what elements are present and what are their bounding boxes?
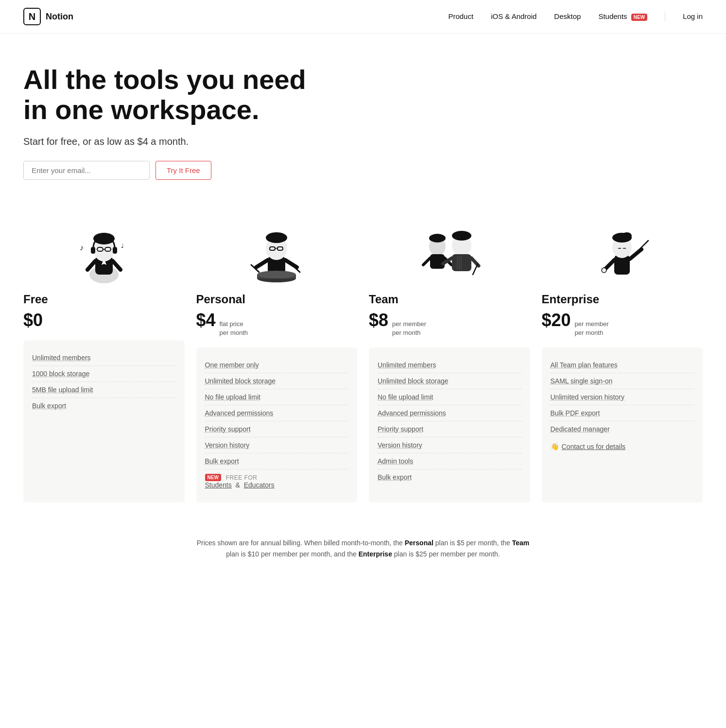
team-bold: Team — [512, 539, 530, 547]
list-item: Bulk export — [205, 453, 349, 469]
team-plan-price-note: per memberper month — [392, 320, 426, 337]
svg-line-21 — [285, 260, 297, 267]
enterprise-plan-price: $20 — [542, 310, 571, 330]
educators-link[interactable]: Educators — [244, 481, 275, 489]
list-item: Bulk export — [32, 398, 176, 414]
list-item: Priority support — [205, 421, 349, 437]
svg-point-33 — [452, 231, 471, 241]
svg-point-16 — [266, 232, 287, 243]
pricing-section: ♪ ♩ Free $0 Unlimited members 1000 block… — [0, 203, 726, 526]
list-item: Dedicated manager — [551, 421, 694, 437]
enterprise-features-list: All Team plan features SAML single sign-… — [551, 357, 694, 437]
free-plan-price: $0 — [23, 310, 43, 330]
plan-personal: Personal $4 flat priceper month One memb… — [196, 219, 358, 503]
free-plan-name: Free — [23, 293, 185, 306]
enterprise-features-box: All Team plan features SAML single sign-… — [542, 347, 703, 503]
personal-plan-price-row: $4 flat priceper month — [196, 310, 358, 337]
svg-point-26 — [257, 271, 296, 278]
personal-plan-price-note: flat priceper month — [220, 320, 248, 337]
svg-text:♪: ♪ — [80, 243, 84, 252]
svg-line-45 — [630, 249, 641, 259]
footer-note: Prices shown are for annual billing. Whe… — [169, 526, 557, 583]
list-item: 1000 block storage — [32, 366, 176, 382]
nav-links: Product iOS & Android Desktop Students N… — [448, 12, 703, 21]
list-item: Unlimited members — [378, 357, 521, 373]
svg-point-44 — [622, 232, 632, 239]
personal-illustration — [196, 219, 358, 287]
personal-plan-price: $4 — [196, 310, 216, 330]
list-item: Bulk PDF export — [551, 405, 694, 421]
enterprise-plan-price-note: per memberper month — [575, 320, 609, 337]
nav-ios-android[interactable]: iOS & Android — [491, 12, 536, 20]
nav-product[interactable]: Product — [448, 12, 473, 20]
free-plan-price-row: $0 — [23, 310, 185, 330]
free-features-box: Unlimited members 1000 block storage 5MB… — [23, 340, 185, 503]
list-item: 5MB file upload limit — [32, 382, 176, 398]
svg-rect-8 — [91, 247, 95, 254]
list-item: Unlimited members — [32, 350, 176, 366]
login-link[interactable]: Log in — [683, 12, 703, 20]
svg-line-46 — [640, 241, 648, 248]
team-plan-price: $8 — [369, 310, 388, 330]
list-item: Priority support — [378, 421, 521, 437]
try-it-free-button[interactable]: Try It Free — [156, 161, 211, 180]
contact-us-link[interactable]: Contact us for details — [562, 443, 626, 451]
logo-link[interactable]: N Notion — [23, 8, 73, 25]
svg-point-48 — [602, 268, 606, 273]
students-link[interactable]: Students — [205, 481, 232, 489]
personal-bold: Personal — [405, 539, 433, 547]
enterprise-plan-name: Enterprise — [542, 293, 703, 306]
free-features-list: Unlimited members 1000 block storage 5MB… — [32, 350, 176, 414]
enterprise-bold: Enterprise — [359, 550, 392, 558]
students-new-badge: NEW — [631, 14, 647, 21]
personal-free-for: FREE FOR — [226, 474, 258, 481]
logo-text: Notion — [46, 12, 73, 22]
email-input[interactable] — [23, 161, 150, 180]
hero-section: All the tools you need in one workspace.… — [0, 34, 340, 203]
personal-new-badge: NEW — [205, 474, 221, 481]
enterprise-illustration — [542, 219, 703, 287]
list-item: Bulk export — [378, 469, 521, 485]
plan-free: ♪ ♩ Free $0 Unlimited members 1000 block… — [23, 219, 185, 503]
personal-plan-name: Personal — [196, 293, 358, 306]
svg-line-47 — [605, 260, 614, 269]
plan-enterprise: Enterprise $20 per memberper month All T… — [542, 219, 703, 503]
personal-student-free-item: NEW FREE FOR Students & Educators — [205, 469, 349, 493]
team-features-box: Unlimited members Unlimited block storag… — [369, 347, 530, 503]
free-illustration: ♪ ♩ — [23, 219, 185, 287]
navigation: N Notion Product iOS & Android Desktop S… — [0, 0, 726, 34]
team-plan-price-row: $8 per memberper month — [369, 310, 530, 337]
team-illustration — [369, 219, 530, 287]
enterprise-plan-price-row: $20 per memberper month — [542, 310, 703, 337]
svg-text:♩: ♩ — [121, 243, 124, 249]
svg-line-20 — [256, 260, 268, 267]
list-item: Unlimited version history — [551, 389, 694, 405]
nav-divider — [665, 12, 665, 21]
list-item: Version history — [378, 437, 521, 453]
personal-features-list: One member only Unlimited block storage … — [205, 357, 349, 493]
svg-line-30 — [423, 258, 430, 265]
personal-student-links: Students & Educators — [205, 481, 275, 489]
list-item: All Team plan features — [551, 357, 694, 373]
list-item: No file upload limit — [378, 389, 521, 405]
plan-team: Team $8 per memberper month Unlimited me… — [369, 219, 530, 503]
svg-rect-9 — [113, 247, 117, 254]
nav-students[interactable]: Students NEW — [598, 12, 647, 20]
svg-rect-34 — [452, 254, 471, 271]
list-item: Admin tools — [378, 453, 521, 469]
list-item: Advanced permissions — [205, 405, 349, 421]
wave-emoji: 👋 — [551, 443, 559, 451]
pricing-grid: ♪ ♩ Free $0 Unlimited members 1000 block… — [23, 219, 703, 503]
team-plan-name: Team — [369, 293, 530, 306]
list-item: Unlimited block storage — [378, 373, 521, 389]
nav-desktop[interactable]: Desktop — [554, 12, 581, 20]
list-item: Version history — [205, 437, 349, 453]
logo-icon: N — [23, 8, 41, 25]
svg-rect-29 — [430, 254, 445, 269]
personal-features-box: One member only Unlimited block storage … — [196, 347, 358, 503]
list-item: SAML single sign-on — [551, 373, 694, 389]
team-features-list: Unlimited members Unlimited block storag… — [378, 357, 521, 485]
svg-line-37 — [473, 264, 478, 275]
hero-subtext: Start for free, or as low as $4 a month. — [23, 136, 317, 147]
hero-heading: All the tools you need in one workspace. — [23, 65, 317, 124]
